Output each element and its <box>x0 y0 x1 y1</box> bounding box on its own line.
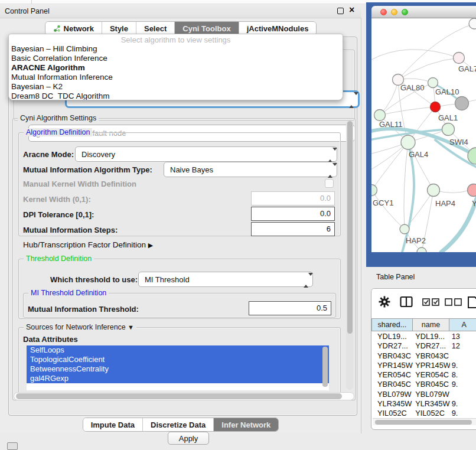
split-columns-icon[interactable] <box>400 296 413 308</box>
node-label-hap4: HAP4 <box>435 199 455 208</box>
cell: YDR27... <box>413 341 450 350</box>
network-node-swi4[interactable] <box>442 123 455 136</box>
network-window-titlebar[interactable] <box>371 6 476 18</box>
tab-jactivemnodules[interactable]: jActiveMNodules <box>239 22 317 35</box>
attribute-item-gal4rgexp[interactable]: gal4RGexp <box>27 374 329 383</box>
which-threshold-combo[interactable]: MI Threshold <box>138 272 313 287</box>
network-node-gal1[interactable] <box>431 102 441 112</box>
minimize-window-icon[interactable] <box>391 9 397 15</box>
network-node-gal7[interactable] <box>454 53 465 64</box>
algorithm-option-aracne-algorithm[interactable]: ARACNE Algorithm <box>9 63 343 73</box>
app-root: Control Panel × NetworkStyleSelectCyni T… <box>0 0 476 450</box>
close-panel-icon[interactable]: × <box>349 5 354 15</box>
mi-steps-field[interactable]: 6 <box>251 222 335 236</box>
table-hscrollbar-track[interactable] <box>373 418 476 425</box>
mi-threshold-field[interactable]: 0.5 <box>249 301 331 315</box>
gear-icon[interactable] <box>379 296 390 308</box>
tab-label: Impute Data <box>91 420 135 429</box>
network-node[interactable] <box>455 97 469 110</box>
float-panel-icon[interactable] <box>337 8 344 14</box>
zoom-window-icon[interactable] <box>402 9 408 15</box>
cell: YIL052C <box>413 408 450 418</box>
node-label-gal10: GAL10 <box>435 87 459 96</box>
table-row[interactable]: YLR345WYLR345W9. <box>371 399 476 408</box>
network-edge[interactable] <box>380 107 435 115</box>
table-panel-title: Table Panel <box>376 273 415 281</box>
node-label-gcy1: GCY1 <box>373 198 393 207</box>
attribute-item-selfloops[interactable]: SelfLoops <box>27 345 329 355</box>
select-all-columns-icon[interactable] <box>422 298 440 306</box>
mi-type-value: Naive Bayes <box>170 165 213 174</box>
manual-kernel-checkbox[interactable] <box>325 179 334 188</box>
tab-impute-data[interactable]: Impute Data <box>83 418 143 431</box>
table-row[interactable]: YBL079WYBL079W <box>371 389 476 399</box>
table-row[interactable]: YDL19...YDL19...13 <box>371 331 476 341</box>
mi-steps-label: Mutual Information Steps: <box>23 226 118 234</box>
kernel-width-field[interactable]: 0.0 <box>251 191 335 206</box>
apply-button[interactable]: Apply <box>168 432 209 445</box>
table-row[interactable]: YPR145WYPR145W9. <box>371 360 476 370</box>
dpi-tolerance-field[interactable]: 0.0 <box>251 207 335 221</box>
network-node-gal11[interactable] <box>374 110 386 121</box>
dpi-tolerance-label: DPI Tolerance [0,1]: <box>23 210 94 219</box>
network-edge[interactable] <box>398 58 459 80</box>
network-node-gcy1[interactable] <box>371 185 377 196</box>
network-node-y[interactable] <box>468 184 476 197</box>
collapsed-arrow-icon: ▶ <box>148 242 153 249</box>
tab-network[interactable]: Network <box>45 22 102 35</box>
column-header-shared[interactable]: shared... <box>371 318 413 331</box>
mi-threshold-label: Mutual Information Threshold: <box>28 305 139 314</box>
tab-label: jActiveMNodules <box>247 24 309 33</box>
tab-select[interactable]: Select <box>136 22 175 35</box>
table-row[interactable]: YER054CYER054C8. <box>371 370 476 379</box>
table-body: YDL19...YDL19...13YDR27...YDR27...12YBR0… <box>371 331 476 418</box>
table-hscrollbar-thumb[interactable] <box>375 420 472 425</box>
table-row[interactable]: YDR27...YDR27...12 <box>371 341 476 350</box>
node-label-y: Y <box>472 199 476 208</box>
table-panel: shared...nameA YDL19...YDL19...13YDR27..… <box>371 288 476 430</box>
cell: YBL079W <box>413 389 450 399</box>
deselect-all-columns-icon[interactable] <box>445 298 462 306</box>
network-node-hap4[interactable] <box>428 184 440 197</box>
close-window-icon[interactable] <box>380 9 387 15</box>
cell: 13 <box>450 331 476 341</box>
node-label-gal11: GAL11 <box>379 120 403 129</box>
tab-style[interactable]: Style <box>102 22 136 35</box>
column-header-a[interactable]: A <box>449 318 476 331</box>
tab-label: Discretize Data <box>151 420 206 429</box>
network-node-hap2[interactable] <box>400 224 409 234</box>
algorithm-option-basic-correlation-inference[interactable]: Basic Correlation Inference <box>9 54 343 63</box>
settings-scrollbar-thumb[interactable] <box>347 121 353 334</box>
mi-type-combo[interactable]: Naive Bayes <box>164 162 337 177</box>
algorithm-option-dream8-dc-tdc-algorithm[interactable]: Dream8 DC_TDC Algorithm <box>9 92 343 100</box>
attribute-item-topologicalcoefficient[interactable]: TopologicalCoefficient <box>27 355 329 364</box>
tab-infer-network[interactable]: Infer Network <box>214 418 278 431</box>
data-attributes-list[interactable]: SelfLoopsTopologicalCoefficientBetweenne… <box>27 345 329 390</box>
attributes-scrollbar-thumb[interactable] <box>322 347 328 387</box>
network-edge[interactable] <box>371 190 405 229</box>
network-node[interactable] <box>469 18 476 29</box>
attribute-item-betweennesscentrality[interactable]: BetweennessCentrality <box>27 364 329 374</box>
algorithm-option-bayesian-hill-climbing[interactable]: Bayesian – Hill Climbing <box>9 44 343 54</box>
table-row[interactable]: YBR043CYBR043C <box>371 351 476 360</box>
document-icon[interactable] <box>467 296 476 309</box>
network-edge[interactable] <box>404 142 408 229</box>
column-header-name[interactable]: name <box>413 318 450 331</box>
cell: YDR27... <box>371 341 413 350</box>
algorithm-option-bayesian-k2[interactable]: Bayesian – K2 <box>9 82 343 92</box>
algorithm-option-mutual-information-inference[interactable]: Mutual Information Inference <box>9 73 343 82</box>
tab-discretize-data[interactable]: Discretize Data <box>143 418 214 431</box>
network-node-gal4[interactable] <box>401 135 415 149</box>
minimized-panel-icon[interactable] <box>7 442 18 450</box>
aracne-mode-combo[interactable]: Discovery <box>75 146 337 162</box>
network-edge[interactable] <box>371 50 459 61</box>
combo-stepper-icon <box>304 276 308 285</box>
settings-hscrollbar-thumb[interactable] <box>16 393 342 399</box>
network-node-gal10[interactable] <box>428 78 438 88</box>
table-row[interactable]: YBR045CYBR045C9. <box>371 379 476 389</box>
table-row[interactable]: YIL052CYIL052C9. <box>371 408 476 418</box>
hub-definition-toggle[interactable]: Hub/Transcription Factor Definition ▶ <box>23 240 153 249</box>
table-toolbar <box>371 289 476 318</box>
network-view[interactable]: GAL7GAL80GAL10GAL1SWI4GAL11GAL4GCY1HAP4Y… <box>371 18 476 252</box>
tab-cyni-toolbox[interactable]: Cyni Toolbox <box>175 22 239 35</box>
